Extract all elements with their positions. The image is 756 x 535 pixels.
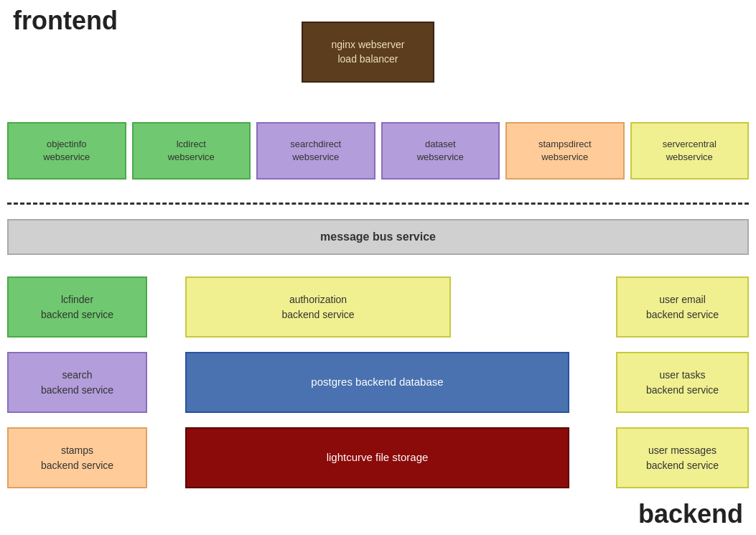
nginx-label: nginx webserverload balancer [332, 38, 405, 66]
lightcurve-file-storage: lightcurve file storage [185, 427, 569, 488]
user-messages-backend-service: user messagesbackend service [616, 427, 749, 488]
message-bus-label: message bus service [320, 231, 436, 243]
searchdirect-webservice: searchdirectwebservice [256, 122, 375, 180]
authorization-backend-service: authorizationbackend service [185, 276, 451, 338]
user-email-backend-service: user emailbackend service [616, 276, 749, 338]
nginx-box: nginx webserverload balancer [302, 22, 434, 83]
dashed-separator [7, 203, 749, 205]
dataset-webservice: datasetwebservice [381, 122, 500, 180]
objectinfo-webservice: objectinfowebservice [7, 122, 126, 180]
search-backend-service: searchbackend service [7, 352, 147, 413]
backend-label: backend [638, 499, 743, 529]
user-tasks-backend-service: user tasksbackend service [616, 352, 749, 413]
lcfinder-service: lcfinderbackend service [7, 276, 147, 338]
architecture-diagram: frontend backend nginx webserverload bal… [0, 0, 756, 535]
webservice-row: objectinfowebservice lcdirectwebservice … [7, 122, 749, 180]
frontend-label: frontend [13, 6, 118, 36]
message-bus: message bus service [7, 219, 749, 255]
stamps-backend-service: stampsbackend service [7, 427, 147, 488]
stampsdirect-webservice: stampsdirectwebservice [505, 122, 625, 180]
servercentral-webservice: servercentralwebservice [630, 122, 750, 180]
lcdirect-webservice: lcdirectwebservice [132, 122, 251, 180]
postgres-backend-database: postgres backend database [185, 352, 569, 413]
